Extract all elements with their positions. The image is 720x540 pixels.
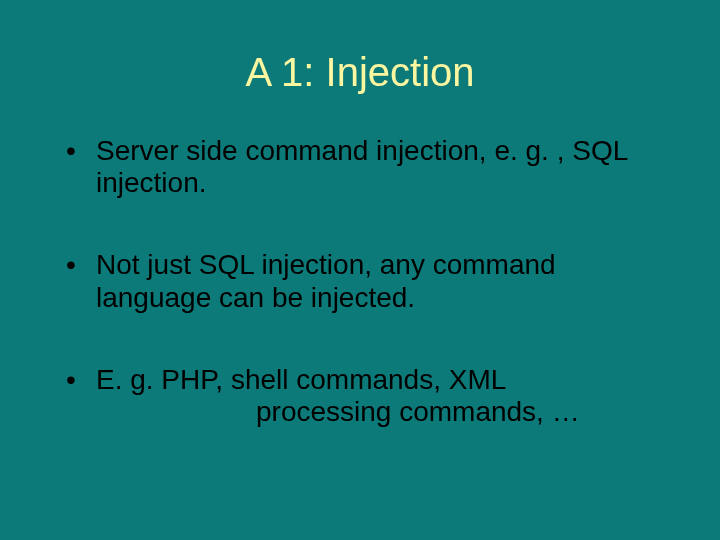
bullet-text: Server side command injection, e. g. , S… [96, 135, 627, 198]
bullet-text: E. g. PHP, shell commands, XML [96, 364, 506, 395]
list-item: Not just SQL injection, any command lang… [60, 249, 660, 313]
slide: A 1: Injection Server side command injec… [0, 0, 720, 540]
bullet-continuation: processing commands, … [96, 396, 660, 428]
list-item: E. g. PHP, shell commands, XML processin… [60, 364, 660, 428]
slide-title: A 1: Injection [60, 50, 660, 95]
bullet-text: Not just SQL injection, any command lang… [96, 249, 556, 312]
bullet-list: Server side command injection, e. g. , S… [60, 135, 660, 428]
list-item: Server side command injection, e. g. , S… [60, 135, 660, 199]
